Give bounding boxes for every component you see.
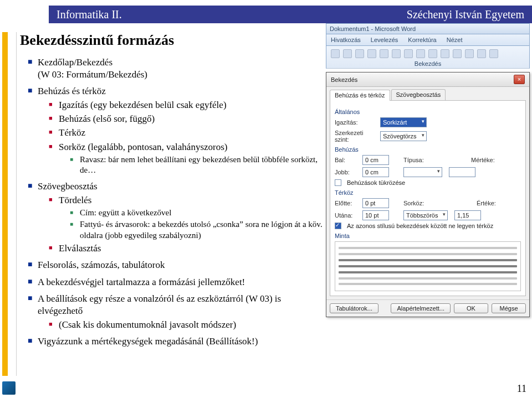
bullet: Vigyázzunk a mértékegységek megadásánál … <box>29 335 325 348</box>
bullet: Cím: együtt a következővel <box>71 208 325 219</box>
align-right-icon[interactable] <box>441 49 449 58</box>
indent-left-input[interactable]: 0 cm <box>362 155 389 165</box>
sidebar-accent <box>0 32 17 376</box>
word-window: Dokumentum1 - Microsoft Word Hivatkozás … <box>326 23 530 317</box>
bullet: Elválasztás <box>50 242 325 255</box>
borders-icon[interactable] <box>489 49 498 58</box>
list-multilevel-icon[interactable] <box>355 49 364 58</box>
no-space-same-style-checkbox[interactable] <box>335 223 341 229</box>
course-title: Informatika II. <box>57 8 122 21</box>
section-spacing: Térköz <box>335 189 521 196</box>
tabs-button[interactable]: Tabulátorok... <box>330 303 378 313</box>
label-alignment: Igazítás: <box>335 119 377 126</box>
space-before-input[interactable]: 0 pt <box>362 198 389 208</box>
ok-button[interactable]: OK <box>454 303 488 313</box>
bullet: Igazítás (egy bekezdésen belül csak egyf… <box>50 99 325 111</box>
bullet: Ravasz: bár nem lehet beállítani egy bek… <box>71 154 325 176</box>
indent-increase-icon[interactable] <box>380 49 388 58</box>
ribbon-tab[interactable]: Nézet <box>447 37 463 43</box>
label-before: Előtte: <box>335 200 359 206</box>
word-ribbon: Bekezdés <box>326 46 530 69</box>
bullet: A bekezdésvégjel tartalmazza a formázási… <box>29 276 325 288</box>
linespacing-select[interactable]: Többszörös <box>403 210 448 220</box>
align-left-icon[interactable] <box>416 49 425 58</box>
bullet: Szövegbeosztás Tördelés Cím: együtt a kö… <box>29 180 325 255</box>
space-after-input[interactable]: 10 pt <box>362 210 389 220</box>
indent-decrease-icon[interactable] <box>367 49 376 58</box>
shading-icon[interactable] <box>477 49 486 58</box>
dialog-title-text: Bekezdés <box>331 76 357 83</box>
slide-content: Bekezdésszintű formázás Kezdőlap/Bekezdé… <box>20 29 328 352</box>
mirror-indents-label: Behúzások tükrözése <box>347 179 405 186</box>
mirror-indents-checkbox[interactable] <box>335 179 341 186</box>
linespacing-value[interactable]: 1,15 <box>454 210 481 220</box>
align-justify-icon[interactable] <box>453 49 462 58</box>
paragraph-dialog: Bekezdés × Behúzás és térköz Szövegbeosz… <box>326 72 530 317</box>
bullet: Tördelés Cím: együtt a következővel Fatt… <box>50 194 325 241</box>
default-button[interactable]: Alapértelmezett... <box>391 303 451 313</box>
ribbon-group-label[interactable]: Bekezdés <box>331 60 525 67</box>
ribbon-tab[interactable]: Korrektúra <box>408 37 436 43</box>
label-at: Értéke: <box>477 200 519 206</box>
bullet: A beállítások egy része a vonalzóról és … <box>29 293 325 331</box>
label-after: Utána: <box>335 212 359 219</box>
label-left: Bal: <box>335 157 359 163</box>
special-indent-select[interactable] <box>403 167 442 177</box>
alignment-select[interactable]: Sorkizárt <box>380 117 427 127</box>
label-linespacing: Sorköz: <box>403 200 446 206</box>
tab-line-pagebreak[interactable]: Szövegbeosztás <box>391 89 446 100</box>
pilcrow-icon[interactable] <box>404 49 413 58</box>
outline-level-select[interactable]: Szövegtörzs <box>380 131 427 141</box>
line-spacing-icon[interactable] <box>465 49 474 58</box>
ribbon-tab[interactable]: Hivatkozás <box>331 37 361 43</box>
label-right: Jobb: <box>335 169 359 175</box>
label-outline-level: Szerkezeti szint: <box>335 130 377 143</box>
bullet: Fattyú- és árvasorok: a bekezdés utolsó … <box>71 219 325 241</box>
align-center-icon[interactable] <box>428 49 437 58</box>
word-titlebar: Dokumentum1 - Microsoft Word <box>326 23 530 34</box>
list-numbers-icon[interactable] <box>343 49 352 58</box>
no-space-same-style-label: Az azonos stílusú bekezdések között ne l… <box>347 223 493 229</box>
slide-title: Bekezdésszintű formázás <box>20 32 325 49</box>
label-type: Típusa: <box>403 157 446 163</box>
label-measure: Mértéke: <box>471 157 513 163</box>
preview-box <box>335 241 521 291</box>
word-ribbon-tabs: Hivatkozás Levelezés Korrektúra Nézet <box>326 34 530 46</box>
dialog-titlebar: Bekezdés × <box>326 73 529 87</box>
page-number: 11 <box>517 383 526 395</box>
list-bullets-icon[interactable] <box>331 49 340 58</box>
bullet: Térköz <box>50 127 325 139</box>
special-indent-value[interactable] <box>449 167 475 177</box>
section-general: Általános <box>335 108 521 115</box>
bullet: Felsorolás, számozás, tabulátorok <box>29 259 325 271</box>
tab-indent-spacing[interactable]: Behúzás és térköz <box>330 90 390 101</box>
bullet: Behúzás és térköz Igazítás (egy bekezdés… <box>29 85 325 175</box>
cancel-button[interactable]: Mégse <box>492 303 526 313</box>
section-indent: Behúzás <box>335 146 521 153</box>
ribbon-tab[interactable]: Levelezés <box>371 37 398 43</box>
university-logo <box>2 381 16 395</box>
bullet: (Csak kis dokumentumoknál javasolt módsz… <box>50 319 325 331</box>
sort-icon[interactable] <box>392 49 401 58</box>
university-name: Széchenyi István Egyetem <box>407 8 524 21</box>
indent-right-input[interactable]: 0 cm <box>362 167 389 177</box>
bullet: Behúzás (első sor, függő) <box>50 113 325 125</box>
section-preview: Minta <box>335 232 521 239</box>
bullet: Sorköz (legalább, pontosan, valahányszor… <box>50 141 325 176</box>
slide-header: Informatika II. Széchenyi István Egyetem <box>49 6 532 23</box>
close-icon[interactable]: × <box>514 75 525 84</box>
bullet: Kezdőlap/Bekezdés (W 03: Formátum/Bekezd… <box>29 56 325 81</box>
